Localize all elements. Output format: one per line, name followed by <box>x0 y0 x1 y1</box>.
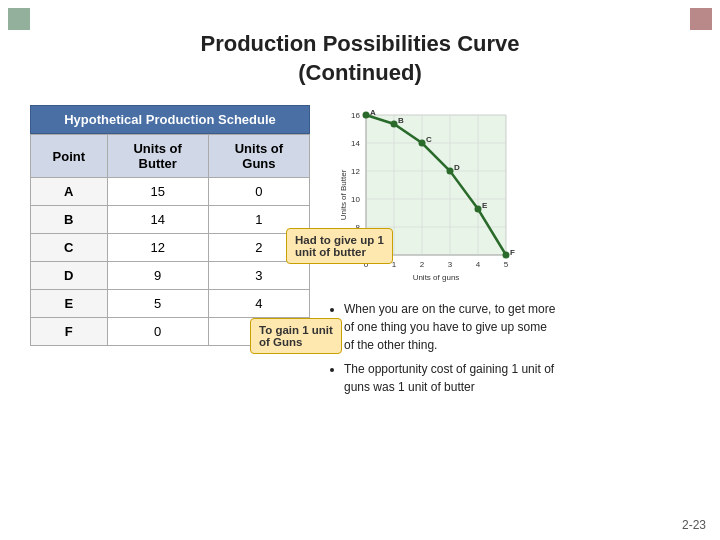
col-point: Point <box>31 135 108 178</box>
svg-text:12: 12 <box>351 167 360 176</box>
table-row: C122 <box>31 234 310 262</box>
bullet-points: When you are on the curve, to get more o… <box>326 300 556 402</box>
point-A <box>363 112 370 119</box>
svg-text:Units of guns: Units of guns <box>413 273 460 282</box>
table-row: D93 <box>31 262 310 290</box>
title-line1: Production Possibilities Curve <box>200 31 519 56</box>
slide-title: Production Possibilities Curve (Continue… <box>30 30 690 87</box>
svg-text:A: A <box>370 108 376 117</box>
point-D <box>447 168 454 175</box>
svg-text:2: 2 <box>420 260 425 269</box>
svg-text:B: B <box>398 116 404 125</box>
svg-text:E: E <box>482 201 488 210</box>
corner-decoration-tr <box>690 8 712 30</box>
callout-butter: Had to give up 1unit of butter <box>286 228 393 264</box>
corner-decoration-tl <box>8 8 30 30</box>
svg-text:14: 14 <box>351 139 360 148</box>
slide: Production Possibilities Curve (Continue… <box>0 0 720 540</box>
slide-number: 2-23 <box>682 518 706 532</box>
point-B <box>391 121 398 128</box>
point-F <box>503 252 510 259</box>
point-C <box>419 140 426 147</box>
table-section: Hypothetical Production Schedule Point U… <box>30 105 310 346</box>
svg-text:Units of Butter: Units of Butter <box>339 170 348 221</box>
callout-guns: To gain 1 unitof Guns <box>250 318 342 354</box>
svg-text:3: 3 <box>448 260 453 269</box>
svg-text:F: F <box>510 248 515 257</box>
svg-text:10: 10 <box>351 195 360 204</box>
title-line2: (Continued) <box>298 60 421 85</box>
table-row: E54 <box>31 290 310 318</box>
svg-text:16: 16 <box>351 111 360 120</box>
bullet-item: When you are on the curve, to get more o… <box>344 300 556 354</box>
point-E <box>475 206 482 213</box>
col-guns: Units ofGuns <box>208 135 309 178</box>
table-row: A150 <box>31 178 310 206</box>
svg-text:C: C <box>426 135 432 144</box>
table-row: B141 <box>31 206 310 234</box>
svg-text:5: 5 <box>504 260 509 269</box>
bullet-item: The opportunity cost of gaining 1 unit o… <box>344 360 556 396</box>
table-header: Hypothetical Production Schedule <box>30 105 310 134</box>
col-butter: Units ofButter <box>107 135 208 178</box>
svg-text:D: D <box>454 163 460 172</box>
svg-text:4: 4 <box>476 260 481 269</box>
production-table: Point Units ofButter Units ofGuns A150B1… <box>30 134 310 346</box>
